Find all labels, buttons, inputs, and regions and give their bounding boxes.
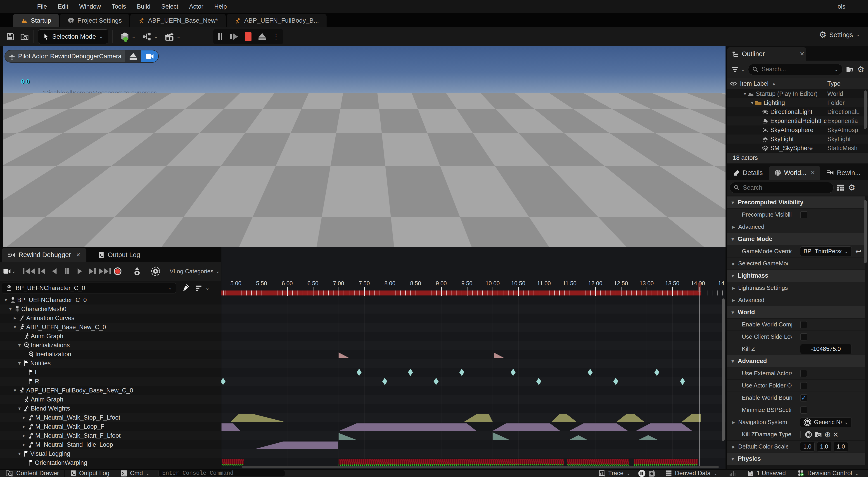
outliner-row[interactable]: SM_SkySphereStaticMesh <box>727 144 868 153</box>
pause-trace-icon[interactable] <box>638 470 646 477</box>
tree-row[interactable]: ▾ABP_UEFN_FullBody_Base_New_C_0 <box>0 386 221 395</box>
tree-row[interactable]: ▾BP_UEFNCharacter_C_0 <box>0 295 221 305</box>
reset-to-default-icon[interactable]: ↩ <box>855 247 862 256</box>
tab-rewind-debugger[interactable]: Rewind Debugger✕ <box>2 248 86 262</box>
checkbox-unchecked[interactable] <box>800 382 807 389</box>
stop-button[interactable] <box>241 29 255 44</box>
clear-icon[interactable]: × <box>833 430 838 439</box>
outliner-settings-gear-icon[interactable]: ⚙ <box>857 65 864 74</box>
section-header-physics[interactable]: ▾Physics <box>727 453 865 465</box>
tree-row[interactable]: ▸M_Neutral_Stand_Idle_Loop <box>0 440 221 449</box>
tree-row[interactable]: R <box>0 377 221 386</box>
timeline-vertical-scrollbar[interactable] <box>722 298 724 441</box>
console-command-input[interactable]: Enter Console Command <box>158 470 285 477</box>
tab-rewin-[interactable]: Rewin... <box>822 166 866 180</box>
expander-down-icon[interactable]: ▾ <box>8 306 13 312</box>
menu-item-build[interactable]: Build <box>131 3 156 10</box>
expander-down-icon[interactable]: ▾ <box>17 406 22 411</box>
tab-abp-uefn-fullbody-b-[interactable]: ABP_UEFN_FullBody_B... <box>227 14 327 27</box>
expander-down-icon[interactable]: ▾ <box>17 342 22 348</box>
pilot-actor-pill[interactable]: Pilot Actor: RewindDebuggerCamera <box>4 50 159 63</box>
tree-row[interactable]: L <box>0 368 221 377</box>
expander-right-icon[interactable]: ▸ <box>732 285 735 291</box>
notify-event-diamond[interactable] <box>588 369 592 376</box>
tab-outliner[interactable]: Outliner ✕ <box>727 47 806 61</box>
color-scale-input[interactable]: 1.0 <box>800 442 815 452</box>
display-filter-grid-icon[interactable] <box>837 184 844 191</box>
menu-item-tools[interactable]: Tools <box>106 3 131 10</box>
create-folder-icon[interactable] <box>846 66 854 73</box>
transport-options-button[interactable]: ⋮ <box>269 29 283 44</box>
expander-down-icon[interactable]: ▾ <box>750 100 754 106</box>
trace-dropdown[interactable]: Trace ⌄ <box>593 469 636 477</box>
tree-filter-icon[interactable] <box>195 285 203 291</box>
section-header-precomputed-visibility[interactable]: ▾Precomputed Visibility <box>727 196 865 209</box>
expander-icon[interactable]: ▸ <box>22 415 26 420</box>
camera-view-toggle-button[interactable] <box>141 50 158 63</box>
checkbox-unchecked[interactable] <box>800 370 807 377</box>
outliner-row[interactable]: ▾Startup (Play In Editor)World <box>727 89 868 98</box>
menu-item-help[interactable]: Help <box>209 3 232 10</box>
debug-target-dropdown[interactable]: BP_UEFNCharacter_C_0 ⌄ <box>2 283 176 293</box>
eyedropper-icon[interactable] <box>181 283 190 293</box>
unsaved-button[interactable]: * 1 Unsaved <box>742 469 791 477</box>
tree-row[interactable]: ▾Visual Logging <box>0 449 221 458</box>
expander-down-icon[interactable]: ▾ <box>743 91 747 97</box>
color-scale-input[interactable]: 1.0 <box>834 442 848 452</box>
close-icon[interactable]: ✕ <box>811 169 815 176</box>
add-actor-button[interactable]: ⌄ <box>117 30 138 44</box>
ruler-recorded-band[interactable] <box>221 290 701 295</box>
output-log-button[interactable]: Output Log <box>65 469 115 477</box>
eject-button[interactable] <box>255 29 269 44</box>
timeline-horizontal-scrollbar[interactable] <box>242 466 719 468</box>
section-header-lightmass[interactable]: ▾Lightmass <box>727 270 865 282</box>
expander-icon[interactable]: ▸ <box>13 315 17 321</box>
tree-row[interactable]: ▾CharacterMesh0 <box>0 305 221 314</box>
menu-item-file[interactable]: File <box>32 3 53 10</box>
menu-item-edit[interactable]: Edit <box>53 3 74 10</box>
notify-event-diamond[interactable] <box>356 369 362 376</box>
tree-row[interactable]: Anim Graph <box>0 331 221 341</box>
reverse-play-button[interactable] <box>48 265 61 278</box>
details-settings-gear-icon[interactable]: ⚙ <box>848 183 855 192</box>
notify-event-diamond[interactable] <box>511 369 516 376</box>
outliner-row[interactable]: SkyLightSkyLight <box>727 134 868 144</box>
tree-row[interactable]: Anim Graph <box>0 395 221 404</box>
tree-row[interactable]: ▾ABP_UEFN_Base_New_C_0 <box>0 323 221 331</box>
add-icon[interactable]: ⊕ <box>824 430 831 439</box>
expander-right-icon[interactable]: ▸ <box>732 297 735 304</box>
settings-dropdown[interactable]: ⚙ Settings ⌄ <box>819 30 860 40</box>
tab-project-settings[interactable]: Project Settings <box>60 14 129 27</box>
derived-data-dropdown[interactable]: Derived Data ⌄ <box>660 469 723 477</box>
content-drawer-button[interactable]: Content Drawer <box>0 469 65 477</box>
revision-control-dropdown[interactable]: Revision Control ⌄ <box>791 469 868 477</box>
playhead-line[interactable] <box>700 287 700 467</box>
outliner-scrollbar[interactable] <box>864 90 867 129</box>
expander-down-icon[interactable]: ▾ <box>13 387 17 393</box>
rewind-settings-icon[interactable] <box>149 265 162 278</box>
tree-row[interactable]: ▾Inertializations <box>0 341 221 350</box>
tree-row[interactable]: ▸M_Neutral_Walk_Stop_F_Lfoot <box>0 413 221 422</box>
outliner-row[interactable]: SkyAtmosphereSkyAtmosp <box>727 125 868 134</box>
cmd-dropdown[interactable]: Cmd ⌄ <box>115 469 155 477</box>
checkbox-unchecked[interactable] <box>800 211 807 218</box>
expander-down-icon[interactable]: ▾ <box>4 297 8 303</box>
tab-abp-uefn-base-new-[interactable]: ABP_UEFN_Base_New* <box>130 14 226 27</box>
details-search-input[interactable]: Search <box>730 182 834 193</box>
checkbox-unchecked[interactable] <box>800 407 807 414</box>
expander-right-icon[interactable]: ▸ <box>732 419 735 425</box>
outliner-row[interactable]: DirectionalLightDirectionalL <box>727 107 868 117</box>
skip-to-end-button[interactable] <box>99 265 111 278</box>
screenshot-trace-icon[interactable] <box>648 470 656 477</box>
tab-details[interactable]: Details <box>728 166 768 180</box>
color-scale-input[interactable]: 1.0 <box>817 442 831 452</box>
play-button[interactable] <box>73 265 86 278</box>
selection-mode-dropdown[interactable]: Selection Mode ⌄ <box>38 29 108 44</box>
filter-icon[interactable] <box>731 66 739 73</box>
tree-row[interactable]: OrientationWarping <box>0 458 221 467</box>
chevron-down-icon[interactable]: ⌄ <box>741 66 745 72</box>
tree-row[interactable]: ▸M_Neutral_Walk_Start_F_Lfoot <box>0 431 221 440</box>
skip-to-start-button[interactable] <box>23 265 35 278</box>
tree-row[interactable]: ▸Animation Curves <box>0 314 221 323</box>
nav-system-config-dropdown[interactable]: Generic Na⌄ <box>800 417 852 427</box>
